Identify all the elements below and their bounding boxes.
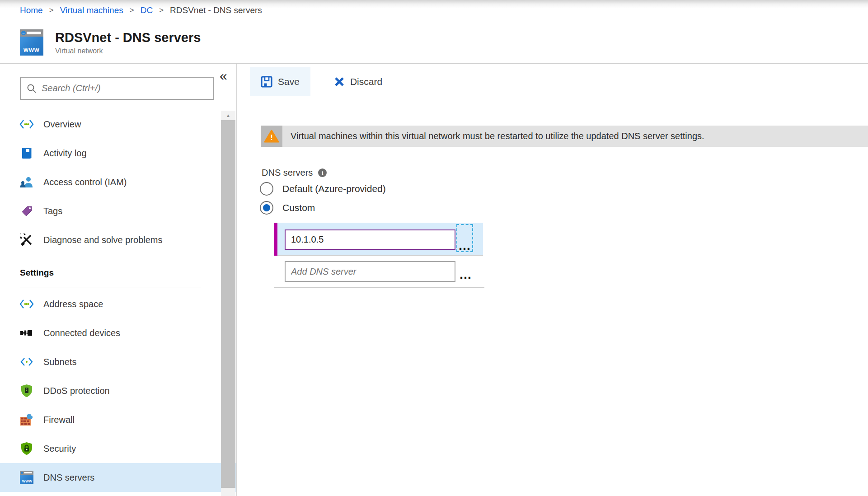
sidebar-item-access-control[interactable]: Access control (IAM) — [0, 168, 236, 197]
sidebar: « Overview Activi — [0, 64, 237, 496]
sidebar-item-label: Tags — [43, 206, 62, 216]
settings-divider — [20, 287, 201, 287]
sidebar-item-label: Diagnose and solve problems — [43, 235, 163, 245]
dns-server-input[interactable] — [285, 229, 455, 250]
browser-bar: ← — [20, 29, 43, 37]
sidebar-scrollbar[interactable]: ▲ — [221, 111, 235, 496]
security-icon — [19, 442, 34, 455]
access-control-icon — [19, 175, 34, 189]
sidebar-item-subnets[interactable]: Subnets — [0, 347, 236, 376]
command-toolbar: Save Discard — [238, 64, 868, 100]
ddos-protection-icon — [19, 384, 34, 398]
discard-label: Discard — [350, 76, 382, 87]
address-space-icon — [19, 299, 34, 309]
ellipsis-icon: … — [459, 270, 472, 279]
sidebar-item-label: Connected devices — [43, 328, 120, 338]
sidebar-item-ddos-protection[interactable]: DDoS protection — [0, 376, 236, 405]
save-icon — [261, 76, 272, 88]
scrollbar-up-arrow[interactable]: ▲ — [221, 111, 235, 120]
search-icon — [26, 83, 37, 94]
sidebar-item-address-space[interactable]: Address space — [0, 290, 236, 318]
address-bar — [27, 32, 41, 34]
add-dns-server-input[interactable] — [285, 261, 455, 282]
dns-server-row-add: … — [274, 261, 483, 282]
radio-default-azure-provided[interactable]: Default (Azure-provided) — [260, 182, 386, 196]
sidebar-item-label: Security — [43, 444, 76, 454]
sidebar-item-label: Overview — [43, 119, 81, 130]
sidebar-item-dns-servers[interactable]: www DNS servers — [0, 463, 236, 492]
sidebar-item-security[interactable]: Security — [0, 434, 236, 463]
www-label: www — [23, 46, 40, 53]
scrollbar-thumb[interactable] — [221, 120, 235, 488]
warning-triangle-icon: ! — [264, 130, 279, 143]
sidebar-item-label: Address space — [43, 299, 103, 309]
info-icon[interactable]: i — [318, 168, 327, 177]
breadcrumb-home[interactable]: Home — [20, 5, 43, 15]
dns-server-row-selected[interactable]: … — [274, 223, 483, 256]
sidebar-item-activity-log[interactable]: Activity log — [0, 139, 236, 168]
warning-banner: ! Virtual machines within this virtual n… — [261, 126, 868, 147]
warning-message: Virtual machines within this virtual net… — [282, 126, 868, 147]
sidebar-item-label: Firewall — [43, 415, 75, 425]
sidebar-item-label: Subnets — [43, 357, 76, 367]
diagnose-tools-icon — [19, 234, 34, 246]
activity-log-icon — [19, 147, 34, 159]
row-context-menu-button-focused[interactable]: … — [456, 224, 473, 252]
svg-text:!: ! — [270, 133, 273, 142]
radio-button-checked[interactable] — [260, 201, 273, 215]
collapse-sidebar-button[interactable]: « — [220, 69, 227, 83]
page-subtitle: Virtual network — [55, 47, 201, 55]
overview-icon — [19, 119, 34, 130]
breadcrumb-separator: > — [49, 6, 54, 15]
back-arrow-icon: ← — [21, 31, 26, 35]
sidebar-item-label: DNS servers — [43, 473, 94, 483]
radio-button-unchecked[interactable] — [260, 182, 273, 196]
row-selection-bar — [274, 223, 277, 256]
save-button[interactable]: Save — [250, 67, 310, 96]
breadcrumb-virtual-machines[interactable]: Virtual machines — [60, 5, 123, 15]
radio-label: Custom — [282, 202, 315, 213]
dns-servers-field-label: DNS servers — [262, 168, 313, 178]
sidebar-settings-menu: Address space Connected devices — [0, 290, 236, 492]
sidebar-menu: Overview Activity log Acces — [0, 110, 236, 254]
main-content: Save Discard ! Virtual machines within t… — [238, 64, 868, 496]
warning-icon-cell: ! — [261, 126, 282, 147]
tags-icon — [19, 205, 34, 217]
discard-button[interactable]: Discard — [323, 67, 393, 96]
page-title: RDSVnet - DNS servers — [55, 30, 201, 45]
breadcrumb-dc[interactable]: DC — [141, 5, 153, 15]
dns-grid-bottom-divider — [274, 287, 484, 288]
discard-x-icon — [334, 76, 345, 87]
save-label: Save — [278, 76, 300, 87]
sidebar-item-connected-devices[interactable]: Connected devices — [0, 318, 236, 347]
firewall-icon — [19, 413, 34, 426]
sidebar-item-label: Activity log — [43, 148, 87, 159]
virtual-network-icon: ← www — [20, 29, 43, 56]
connected-devices-icon — [19, 329, 34, 337]
sidebar-item-tags[interactable]: Tags — [0, 197, 236, 225]
radio-custom[interactable]: Custom — [260, 201, 315, 215]
sidebar-search — [20, 77, 214, 100]
sidebar-item-diagnose[interactable]: Diagnose and solve problems — [0, 225, 236, 254]
search-input[interactable] — [42, 83, 208, 94]
breadcrumb-separator: > — [130, 6, 134, 15]
settings-heading: Settings — [20, 268, 54, 278]
breadcrumb: Home > Virtual machines > DC > RDSVnet -… — [0, 0, 868, 21]
sidebar-item-overview[interactable]: Overview — [0, 110, 236, 139]
row-context-menu-button[interactable]: … — [456, 261, 475, 282]
page-header: ← www RDSVnet - DNS servers Virtual netw… — [0, 22, 868, 64]
dns-servers-icon: www — [19, 471, 34, 484]
breadcrumb-separator: > — [159, 6, 164, 15]
sidebar-item-firewall[interactable]: Firewall — [0, 405, 236, 434]
sidebar-item-label: DDoS protection — [43, 386, 110, 396]
ellipsis-icon: … — [458, 241, 471, 250]
breadcrumb-current-page: RDSVnet - DNS servers — [170, 5, 262, 15]
subnets-icon — [19, 356, 34, 367]
dns-servers-field-label-row: DNS servers i — [262, 168, 327, 178]
sidebar-item-label: Access control (IAM) — [43, 177, 127, 187]
radio-label: Default (Azure-provided) — [282, 183, 386, 194]
